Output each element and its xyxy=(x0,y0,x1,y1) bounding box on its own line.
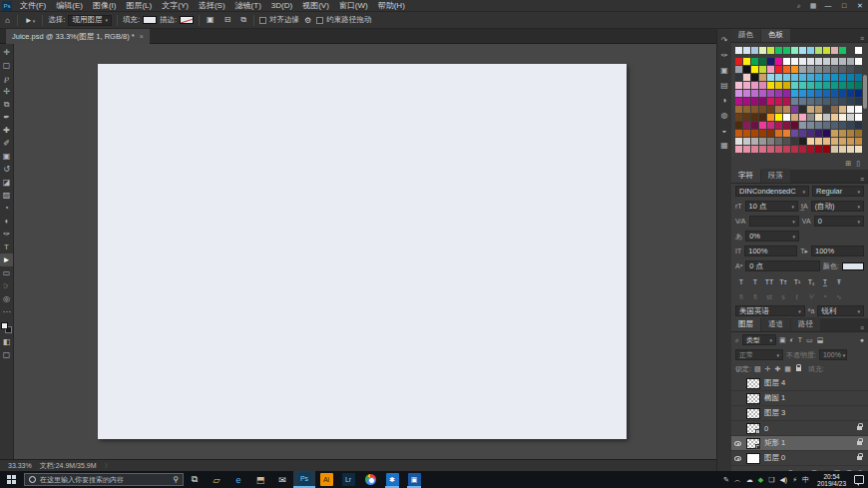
color-swatch[interactable] xyxy=(847,58,855,66)
color-swatch[interactable] xyxy=(815,47,823,55)
taskbar-search-input[interactable]: 在这里输入你要搜索的内容 ⚲ xyxy=(24,473,184,486)
color-swatch[interactable] xyxy=(783,138,791,146)
text-style-button-5[interactable]: T₁ xyxy=(805,276,817,287)
color-swatch[interactable] xyxy=(783,90,791,98)
color-swatch[interactable] xyxy=(783,82,791,90)
color-swatch[interactable] xyxy=(759,90,767,98)
color-swatch[interactable] xyxy=(815,74,823,82)
pen-settings-icon[interactable]: ✎ xyxy=(723,476,729,484)
color-swatch[interactable] xyxy=(759,98,767,106)
color-swatch[interactable] xyxy=(783,74,791,82)
color-swatch[interactable] xyxy=(807,146,815,154)
fill-swatch[interactable] xyxy=(143,16,157,24)
layer-thumbnail[interactable]: ▣ xyxy=(746,438,760,449)
color-swatch[interactable] xyxy=(767,106,775,114)
color-swatch[interactable] xyxy=(831,130,839,138)
app-blue-display[interactable]: ▣ xyxy=(403,471,425,488)
color-swatch[interactable] xyxy=(839,122,847,130)
horizontal-scale-field[interactable]: 100% xyxy=(811,245,864,256)
color-swatch[interactable] xyxy=(847,146,855,154)
color-swatch[interactable] xyxy=(855,138,863,146)
color-swatch[interactable] xyxy=(735,122,743,130)
color-swatch[interactable] xyxy=(791,114,799,122)
color-swatch[interactable] xyxy=(855,82,863,90)
color-swatch[interactable] xyxy=(767,138,775,146)
color-swatch[interactable] xyxy=(839,82,847,90)
microsoft-store[interactable]: ⬒ xyxy=(249,471,271,488)
layer-row[interactable]: 图层 0 xyxy=(731,451,868,466)
color-swatch[interactable] xyxy=(855,106,863,114)
color-swatch[interactable] xyxy=(815,106,823,114)
menu-文字[interactable]: 文字(Y) xyxy=(157,0,194,11)
zoom-level[interactable]: 33.33% xyxy=(8,462,32,469)
color-swatch[interactable] xyxy=(807,98,815,106)
color-swatch[interactable] xyxy=(775,98,783,106)
color-swatch[interactable] xyxy=(751,138,759,146)
color-swatch[interactable] xyxy=(743,98,751,106)
path-op-icon-1[interactable]: ⊟ xyxy=(222,15,233,25)
styles-panel-icon[interactable]: ◒ xyxy=(722,127,727,135)
visibility-toggle[interactable] xyxy=(733,456,742,461)
color-swatch[interactable] xyxy=(855,66,863,74)
color-swatch[interactable] xyxy=(847,90,855,98)
illustrator[interactable]: Ai xyxy=(315,471,337,488)
color-swatch[interactable] xyxy=(759,130,767,138)
color-swatch[interactable] xyxy=(855,122,863,130)
color-swatch[interactable] xyxy=(823,114,831,122)
swatches-tab-色板[interactable]: 色板 xyxy=(761,28,790,42)
opentype-button-5[interactable]: ⅟ xyxy=(805,291,817,302)
color-swatch[interactable] xyxy=(767,74,775,82)
color-swatch[interactable] xyxy=(767,130,775,138)
color-swatch[interactable] xyxy=(831,98,839,106)
color-swatch[interactable] xyxy=(791,74,799,82)
color-swatch[interactable] xyxy=(791,90,799,98)
pen-tool-icon[interactable]: ✑ xyxy=(0,228,13,241)
properties-panel-icon[interactable]: ▤ xyxy=(720,82,728,90)
color-swatch[interactable] xyxy=(743,58,751,66)
color-swatch[interactable] xyxy=(855,47,863,55)
color-swatch[interactable] xyxy=(823,58,831,66)
color-swatch[interactable] xyxy=(839,130,847,138)
color-swatch[interactable] xyxy=(775,138,783,146)
color-swatch[interactable] xyxy=(783,130,791,138)
color-swatch[interactable] xyxy=(855,90,863,98)
layer-thumbnail[interactable] xyxy=(746,393,760,404)
color-swatch[interactable] xyxy=(839,47,847,55)
clone-stamp-tool-icon[interactable]: ▣ xyxy=(0,150,13,163)
opentype-button-6[interactable]: ᵃ xyxy=(819,291,831,302)
color-swatch[interactable] xyxy=(823,82,831,90)
document-canvas[interactable] xyxy=(98,64,627,439)
menu-编辑[interactable]: 编辑(E) xyxy=(51,0,88,11)
color-swatch[interactable] xyxy=(759,106,767,114)
color-swatch[interactable] xyxy=(839,138,847,146)
text-style-button-2[interactable]: TT xyxy=(763,276,775,287)
color-swatch[interactable] xyxy=(807,130,815,138)
lock-icon-0[interactable]: ▨ xyxy=(754,365,761,373)
new-swatch-icon[interactable]: ⊞ xyxy=(845,160,851,168)
brush-tool-icon[interactable]: ✐ xyxy=(0,137,13,150)
stroke-swatch[interactable] xyxy=(180,16,194,24)
status-chevron-icon[interactable]: 〉 xyxy=(105,461,112,471)
layers-tab-通道[interactable]: 通道 xyxy=(761,317,790,331)
color-swatch[interactable] xyxy=(735,90,743,98)
color-swatch[interactable] xyxy=(839,146,847,154)
taskbar-clock[interactable]: 20:54 2019/4/23 xyxy=(814,473,849,487)
color-swatch[interactable] xyxy=(735,130,743,138)
color-swatch[interactable] xyxy=(823,66,831,74)
color-swatch[interactable] xyxy=(751,146,759,154)
color-swatch[interactable] xyxy=(743,138,751,146)
microphone-icon[interactable]: ⚲ xyxy=(173,475,179,484)
libraries-panel-icon[interactable]: ▦ xyxy=(720,142,728,150)
color-swatch[interactable] xyxy=(855,74,863,82)
eraser-tool-icon[interactable]: ◪ xyxy=(0,176,13,189)
tracking-field[interactable]: 0▾ xyxy=(814,216,864,227)
color-swatch[interactable] xyxy=(799,47,807,55)
color-swatch[interactable] xyxy=(831,146,839,154)
color-swatch[interactable] xyxy=(743,114,751,122)
clone-source-panel-icon[interactable]: ▣ xyxy=(720,67,728,75)
color-swatch[interactable] xyxy=(799,66,807,74)
color-swatch[interactable] xyxy=(831,66,839,74)
maximize-button[interactable]: □ xyxy=(836,0,852,12)
messenger-icon[interactable]: ❑ xyxy=(768,476,774,484)
input-method-indicator[interactable]: 中 xyxy=(802,475,809,485)
